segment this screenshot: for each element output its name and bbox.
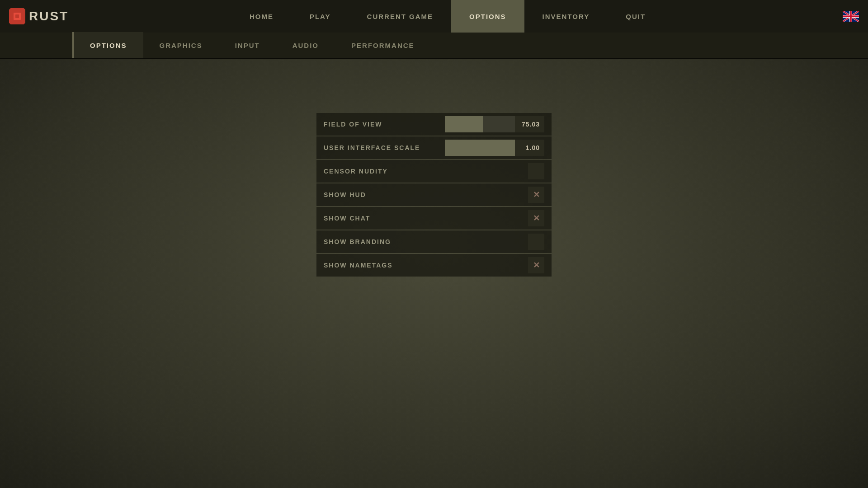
main-content: FIELD OF VIEW 75.03 USER INTERFACE SCALE… (0, 59, 868, 277)
nav-right (787, 11, 859, 22)
show-nametags-checkmark: ✕ (533, 260, 540, 270)
tab-input[interactable]: INPUT (219, 32, 276, 58)
option-row-show-nametags: SHOW NAMETAGS ✕ (316, 254, 552, 277)
rust-logo: RUST (9, 8, 69, 24)
fov-slider[interactable] (445, 116, 515, 132)
rust-logo-icon (9, 8, 25, 24)
fov-value: 75.03 (515, 116, 544, 132)
ui-scale-value: 1.00 (515, 140, 544, 156)
censor-nudity-toggle[interactable] (528, 163, 544, 179)
option-label-show-branding: SHOW BRANDING (324, 238, 528, 245)
option-label-censor-nudity: CENSOR NUDITY (324, 168, 528, 175)
show-nametags-toggle[interactable]: ✕ (528, 257, 544, 273)
option-label-ui-scale: USER INTERFACE SCALE (324, 144, 445, 151)
nav-options[interactable]: OPTIONS (451, 0, 524, 33)
option-label-show-chat: SHOW CHAT (324, 215, 528, 222)
nav-home[interactable]: HOME (231, 0, 292, 33)
ui-scale-slider-fill (445, 140, 515, 156)
option-control-show-chat: ✕ (528, 210, 544, 226)
show-hud-checkmark: ✕ (533, 190, 540, 200)
show-chat-checkmark: ✕ (533, 213, 540, 223)
nav-links: HOME PLAY CURRENT GAME OPTIONS INVENTORY… (108, 0, 787, 33)
option-row-fov: FIELD OF VIEW 75.03 (316, 113, 552, 136)
nav-current-game[interactable]: CURRENT GAME (349, 0, 452, 33)
option-control-censor-nudity (528, 163, 544, 179)
option-label-fov: FIELD OF VIEW (324, 121, 445, 128)
show-hud-toggle[interactable]: ✕ (528, 187, 544, 203)
tab-options[interactable]: OPTIONS (72, 32, 143, 58)
top-nav: RUST HOME PLAY CURRENT GAME OPTIONS INVE… (0, 0, 868, 33)
nav-inventory[interactable]: INVENTORY (524, 0, 608, 33)
nav-play[interactable]: PLAY (292, 0, 349, 33)
uk-flag-icon (843, 11, 859, 22)
tab-performance[interactable]: PERFORMANCE (335, 32, 431, 58)
option-control-fov: 75.03 (445, 116, 544, 132)
option-row-censor-nudity: CENSOR NUDITY (316, 160, 552, 183)
option-control-show-branding (528, 234, 544, 250)
ui-scale-slider[interactable] (445, 140, 515, 156)
options-panel: FIELD OF VIEW 75.03 USER INTERFACE SCALE… (316, 113, 552, 277)
option-control-show-hud: ✕ (528, 187, 544, 203)
option-control-show-nametags: ✕ (528, 257, 544, 273)
show-chat-toggle[interactable]: ✕ (528, 210, 544, 226)
option-row-show-hud: SHOW HUD ✕ (316, 183, 552, 206)
sub-tabs: OPTIONS GRAPHICS INPUT AUDIO PERFORMANCE (0, 33, 868, 59)
option-row-ui-scale: USER INTERFACE SCALE 1.00 (316, 136, 552, 159)
tab-audio[interactable]: AUDIO (276, 32, 335, 58)
option-control-ui-scale: 1.00 (445, 140, 544, 156)
svg-rect-3 (15, 14, 19, 18)
tab-graphics[interactable]: GRAPHICS (143, 32, 219, 58)
logo-area: RUST (9, 8, 108, 24)
fov-slider-fill (445, 116, 483, 132)
show-branding-toggle[interactable] (528, 234, 544, 250)
nav-quit[interactable]: QUIT (608, 0, 664, 33)
rust-logo-text: RUST (29, 9, 69, 23)
option-label-show-hud: SHOW HUD (324, 191, 528, 198)
option-label-show-nametags: SHOW NAMETAGS (324, 262, 528, 269)
option-row-show-branding: SHOW BRANDING (316, 230, 552, 253)
option-row-show-chat: SHOW CHAT ✕ (316, 207, 552, 230)
